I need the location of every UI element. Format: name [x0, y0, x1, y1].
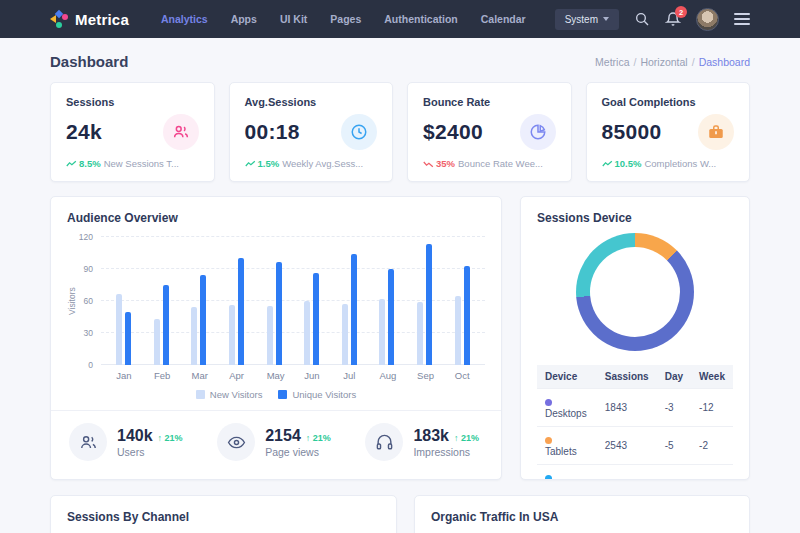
bar-group-oct[interactable]	[455, 237, 470, 365]
main-nav: Analytics Apps UI Kit Pages Authenticati…	[161, 13, 526, 25]
menu-icon[interactable]	[734, 13, 750, 25]
stat-delta: 35%	[436, 158, 455, 169]
mini-stat-delta: 21%	[158, 433, 183, 443]
bar-unique-visitors	[238, 258, 244, 365]
stat-desc: Weekly Avg.Sess...	[282, 158, 363, 169]
nav-item-ui-kit[interactable]: UI Kit	[280, 13, 307, 25]
system-dropdown[interactable]: System	[555, 9, 619, 30]
x-tick-label: Jun	[304, 370, 319, 381]
trend-up-icon	[66, 160, 77, 168]
audience-overview-card: Audience Overview Visitors 0306090120 Ja…	[50, 196, 502, 480]
search-icon[interactable]	[634, 11, 650, 27]
bar-group-jul[interactable]	[342, 237, 357, 365]
x-tick-label: Mar	[191, 370, 206, 381]
mini-stat-value: 2154	[265, 427, 301, 445]
eye-icon	[217, 423, 255, 461]
bar-unique-visitors	[163, 285, 169, 365]
bar-unique-visitors	[125, 312, 131, 365]
stat-title: Avg.Sessions	[245, 96, 378, 108]
organic-traffic-title: Organic Traffic In USA	[431, 510, 733, 524]
bar-unique-visitors	[351, 254, 357, 365]
bar-group-mar[interactable]	[191, 237, 206, 365]
mini-stat-value: 183k	[413, 427, 449, 445]
bar-new-visitors	[154, 319, 160, 365]
col-header-week: Week	[691, 365, 733, 389]
sessions-by-channel-title: Sessions By Channel	[67, 510, 380, 524]
page-title: Dashboard	[50, 53, 128, 70]
users-icon	[69, 423, 107, 461]
col-header-sessions: Sassions	[597, 365, 657, 389]
x-tick-label: Jan	[116, 370, 131, 381]
table-row: Tablets 2543 -5 -2	[537, 427, 733, 465]
bar-new-visitors	[116, 294, 122, 365]
x-tick-label: Sep	[417, 370, 432, 381]
headphones-icon	[365, 423, 403, 461]
bar-unique-visitors	[313, 273, 319, 365]
bar-plot	[101, 237, 485, 365]
bar-group-may[interactable]	[267, 237, 282, 365]
stat-value: $2400	[423, 120, 483, 144]
chevron-down-icon	[603, 17, 609, 21]
x-tick-label: Apr	[229, 370, 244, 381]
y-axis-label: Visitors	[67, 237, 77, 365]
user-avatar[interactable]	[696, 8, 719, 31]
stat-card-avg-sessions: Avg.Sessions 00:18 1.5% Weekly Avg.Sess.…	[229, 82, 394, 182]
mini-stat-page-views: 2154 21% Page views	[217, 423, 331, 461]
stat-card-sessions: Sessions 24k 8.5% New Sessions T...	[50, 82, 215, 182]
nav-item-pages[interactable]: Pages	[330, 13, 361, 25]
notifications-bell-icon[interactable]: 2	[665, 11, 681, 27]
users-icon	[163, 114, 199, 150]
notification-count-badge: 2	[675, 6, 687, 18]
sessions-by-channel-card: Sessions By Channel Organic Search Socia…	[50, 495, 397, 533]
bar-group-feb[interactable]	[154, 237, 169, 365]
bar-unique-visitors	[464, 266, 470, 365]
bar-group-apr[interactable]	[229, 237, 244, 365]
bar-new-visitors	[267, 306, 273, 365]
breadcrumb-metrica[interactable]: Metrica	[595, 56, 629, 68]
breadcrumb-dashboard[interactable]: Dashboard	[699, 56, 750, 68]
metrica-logo-icon	[50, 10, 68, 28]
y-tick-label: 90	[84, 264, 93, 274]
sessions-device-donut	[576, 233, 694, 351]
bar-new-visitors	[379, 299, 385, 365]
topbar: Metrica Analytics Apps UI Kit Pages Auth…	[0, 0, 800, 38]
trend-up-icon	[602, 160, 613, 168]
legend-swatch	[278, 390, 287, 399]
briefcase-icon	[698, 114, 734, 150]
legend-unique-visitors[interactable]: Unique Visitors	[278, 389, 356, 400]
mini-stat-impressions: 183k 21% Impressions	[365, 423, 479, 461]
audience-overview-title: Audience Overview	[67, 211, 485, 225]
mini-stat-label: Impressions	[413, 446, 479, 458]
stat-value: 24k	[66, 120, 102, 144]
bar-group-jun[interactable]	[304, 237, 319, 365]
stat-desc: Completions W...	[644, 158, 716, 169]
x-tick-label: Oct	[455, 370, 470, 381]
legend-new-visitors[interactable]: New Visitors	[196, 389, 263, 400]
bar-unique-visitors	[200, 275, 206, 365]
organic-traffic-card: Organic Traffic In USA +	[414, 495, 750, 533]
bar-group-aug[interactable]	[379, 237, 394, 365]
chart-legend: New Visitors Unique Visitors	[67, 389, 485, 400]
y-tick-label: 60	[84, 296, 93, 306]
bar-new-visitors	[191, 307, 197, 365]
nav-item-analytics[interactable]: Analytics	[161, 13, 208, 25]
nav-item-apps[interactable]: Apps	[231, 13, 257, 25]
nav-item-authentication[interactable]: Authentication	[384, 13, 458, 25]
bar-unique-visitors	[276, 262, 282, 365]
stat-value: 85000	[602, 120, 662, 144]
bar-group-sep[interactable]	[417, 237, 432, 365]
stat-title: Sessions	[66, 96, 199, 108]
stat-card-bounce-rate: Bounce Rate $2400 35% Bounce Rate Wee...	[407, 82, 572, 182]
stat-desc: New Sessions T...	[104, 158, 179, 169]
bar-new-visitors	[417, 302, 423, 365]
legend-swatch	[196, 390, 205, 399]
stat-card-goal-completions: Goal Completions 85000 10.5% Completions…	[586, 82, 751, 182]
tablets-dot-icon	[545, 437, 552, 444]
bar-new-visitors	[455, 296, 461, 365]
brand-logo[interactable]: Metrica	[50, 10, 129, 28]
breadcrumb-horizontal[interactable]: Horizontal	[640, 56, 687, 68]
stat-delta: 1.5%	[258, 158, 280, 169]
y-tick-label: 0	[88, 360, 93, 370]
bar-group-jan[interactable]	[116, 237, 131, 365]
nav-item-calendar[interactable]: Calendar	[481, 13, 526, 25]
